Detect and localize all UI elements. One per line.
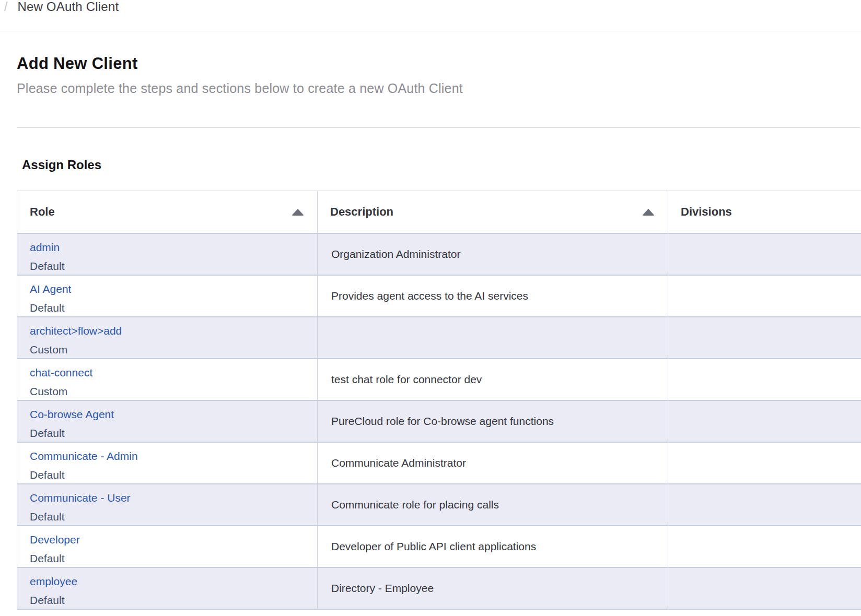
role-divisions-cell <box>668 317 861 358</box>
role-description-text: Directory - Employee <box>331 582 434 595</box>
role-description-cell: Organization Administrator <box>318 234 668 275</box>
column-header-divisions-label: Divisions <box>681 205 732 219</box>
role-name-link[interactable]: Communicate - Admin <box>30 447 138 466</box>
section-divider <box>17 127 860 128</box>
role-table-row: AI Agent Default Provides agent access t… <box>17 276 861 317</box>
assign-roles-section-title: Assign Roles <box>22 158 101 172</box>
role-description-cell <box>318 317 668 358</box>
role-name-link[interactable]: Co-browse Agent <box>30 405 114 424</box>
role-description-cell: test chat role for connector dev <box>318 359 668 400</box>
breadcrumb: / New OAuth Client <box>4 0 119 14</box>
role-type-label: Custom <box>30 340 305 358</box>
sort-ascending-triangle-icon <box>642 209 655 216</box>
role-description-cell: PureCloud role for Co-browse agent funct… <box>318 401 668 442</box>
role-name-link[interactable]: admin <box>30 238 60 257</box>
role-table-row: Communicate - User Default Communicate r… <box>17 484 861 526</box>
role-description-text: Developer of Public API client applicati… <box>331 540 536 553</box>
role-table-row: Communicate - Admin Default Communicate … <box>17 443 861 484</box>
role-cell: AI Agent Default <box>17 276 318 316</box>
role-type-label: Default <box>30 549 305 567</box>
role-table-row: chat-connect Custom test chat role for c… <box>17 359 861 401</box>
column-header-role-label: Role <box>30 205 55 219</box>
role-name-link[interactable]: AI Agent <box>30 280 71 299</box>
column-header-role[interactable]: Role <box>17 191 318 233</box>
role-cell: chat-connect Custom <box>17 359 318 400</box>
column-header-description-label: Description <box>330 205 393 219</box>
roles-table-header-row: Role Description Divisions <box>17 191 861 234</box>
role-type-label: Custom <box>30 382 305 400</box>
role-cell: Developer Default <box>17 526 318 567</box>
role-description-cell: Directory - Employee <box>318 568 668 609</box>
role-type-label: Default <box>30 507 305 525</box>
role-cell: admin Default <box>17 234 318 275</box>
page-subtitle: Please complete the steps and sections b… <box>17 81 463 96</box>
role-description-text: Communicate Administrator <box>331 457 466 469</box>
roles-table: Role Description Divisions admin Default… <box>17 191 861 610</box>
role-divisions-cell <box>668 359 861 400</box>
role-table-row: architect>flow>add Custom <box>17 317 861 359</box>
role-cell: Communicate - User Default <box>17 484 318 525</box>
role-cell: Co-browse Agent Default <box>17 401 318 442</box>
role-name-link[interactable]: chat-connect <box>30 363 92 382</box>
role-description-cell: Provides agent access to the AI services <box>318 276 668 316</box>
role-description-text: PureCloud role for Co-browse agent funct… <box>331 415 554 428</box>
role-description-text: test chat role for connector dev <box>331 373 482 386</box>
role-name-link[interactable]: employee <box>30 572 77 591</box>
role-type-label: Default <box>30 466 305 483</box>
role-description-text: Communicate role for placing calls <box>331 499 499 511</box>
role-table-row: Developer Default Developer of Public AP… <box>17 526 861 568</box>
role-divisions-cell <box>668 443 861 483</box>
header-divider <box>0 31 861 31</box>
role-description-cell: Communicate Administrator <box>318 443 668 483</box>
breadcrumb-current-page: New OAuth Client <box>17 0 119 14</box>
role-divisions-cell <box>668 276 861 316</box>
role-divisions-cell <box>668 484 861 525</box>
role-cell: Communicate - Admin Default <box>17 443 318 483</box>
role-description-cell: Communicate role for placing calls <box>318 484 668 525</box>
column-header-divisions[interactable]: Divisions <box>668 191 861 233</box>
role-name-link[interactable]: Developer <box>30 530 80 549</box>
role-type-label: Default <box>30 591 305 609</box>
role-cell: architect>flow>add Custom <box>17 317 318 358</box>
new-oauth-client-page: / New OAuth Client Add New Client Please… <box>0 0 861 616</box>
role-type-label: Default <box>30 257 305 275</box>
role-description-cell: Developer of Public API client applicati… <box>318 526 668 567</box>
role-description-text: Organization Administrator <box>331 248 460 260</box>
role-divisions-cell <box>668 568 861 609</box>
role-cell: employee Default <box>17 568 318 609</box>
role-name-link[interactable]: architect>flow>add <box>30 322 122 340</box>
role-type-label: Default <box>30 299 305 316</box>
role-divisions-cell <box>668 526 861 567</box>
role-table-row: admin Default Organization Administrator <box>17 234 861 276</box>
role-name-link[interactable]: Communicate - User <box>30 489 131 507</box>
page-title: Add New Client <box>17 54 138 73</box>
breadcrumb-separator: / <box>4 0 7 14</box>
sort-ascending-triangle-icon <box>292 209 304 216</box>
role-divisions-cell <box>668 234 861 275</box>
column-header-description[interactable]: Description <box>318 191 668 233</box>
role-table-row: Co-browse Agent Default PureCloud role f… <box>17 401 861 443</box>
role-table-row: employee Default Directory - Employee <box>17 568 861 610</box>
role-divisions-cell <box>668 401 861 442</box>
role-type-label: Default <box>30 424 305 442</box>
role-description-text: Provides agent access to the AI services <box>331 290 528 302</box>
